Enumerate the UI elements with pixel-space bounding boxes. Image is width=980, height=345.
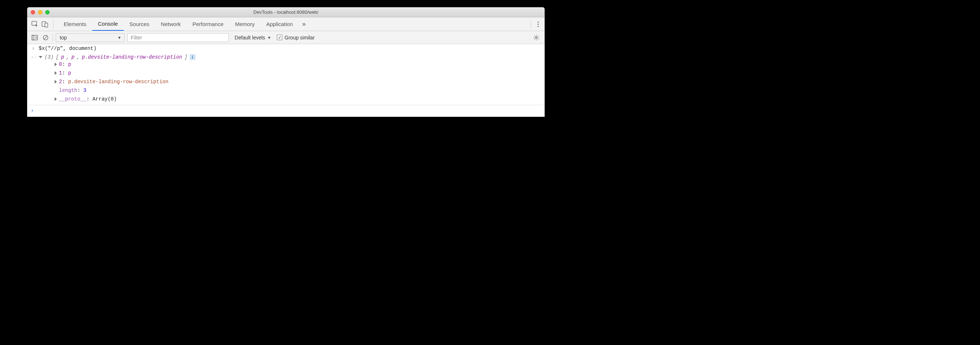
array-entry-1[interactable]: 1: p [55, 69, 541, 77]
array-count: (3) [45, 54, 54, 60]
group-similar-toggle[interactable]: ✓ Group similar [277, 35, 315, 40]
bracket-close: ] [185, 54, 188, 60]
checkbox-checked-icon: ✓ [277, 35, 282, 40]
tab-memory[interactable]: Memory [229, 17, 261, 31]
proto-label: __proto__ [59, 96, 86, 102]
window-title: DevTools - localhost:8080/web/ [27, 10, 545, 15]
entry-value: p.devsite-landing-row-description [68, 79, 168, 84]
disclosure-closed-icon[interactable] [55, 80, 57, 84]
tab-network[interactable]: Network [155, 17, 187, 31]
show-console-sidebar-icon[interactable] [31, 33, 39, 41]
chevron-down-icon: ▼ [117, 35, 121, 40]
menu-kebab-icon[interactable] [535, 21, 541, 27]
separator [53, 20, 54, 28]
prompt-caret-icon: › [31, 107, 33, 113]
length-value: 3 [83, 87, 86, 93]
tab-application[interactable]: Application [261, 17, 299, 31]
console-input-row: › $x("//p", document) [27, 44, 545, 53]
svg-point-3 [538, 21, 538, 22]
info-icon[interactable]: i [189, 54, 196, 60]
console-toolbar: top ▼ Default levels ▼ ✓ Group similar [27, 31, 545, 44]
preview-item: p [71, 54, 74, 60]
length-label: length [59, 87, 77, 93]
window-controls [27, 10, 49, 14]
separator [52, 34, 53, 41]
svg-line-9 [44, 36, 48, 39]
tab-performance[interactable]: Performance [187, 17, 229, 31]
zoom-window-button[interactable] [45, 10, 49, 14]
array-length: length: 3 [55, 86, 541, 95]
array-proto[interactable]: __proto__: Array(0) [55, 95, 541, 103]
log-levels-select[interactable]: Default levels ▼ [232, 35, 274, 40]
more-tabs-button[interactable]: » [299, 20, 309, 28]
titlebar: DevTools - localhost:8080/web/ [27, 7, 545, 17]
console-input-text[interactable]: $x("//p", document) [39, 46, 97, 51]
context-select-value: top [60, 35, 67, 40]
context-select[interactable]: top ▼ [56, 33, 124, 42]
minimize-window-button[interactable] [38, 10, 42, 14]
console-settings-gear-icon[interactable] [531, 34, 541, 41]
preview-item: p.devsite-landing-row-description [82, 54, 182, 60]
main-tabbar: Elements Console Sources Network Perform… [27, 17, 545, 31]
disclosure-closed-icon[interactable] [55, 97, 57, 101]
device-toolbar-icon[interactable] [41, 20, 49, 28]
chevron-down-icon: ▼ [267, 35, 271, 40]
svg-point-4 [538, 24, 538, 25]
svg-rect-7 [32, 35, 34, 40]
result-summary[interactable]: (3) [p, p, p.devsite-landing-row-descrip… [39, 54, 541, 60]
output-caret-icon: ‹· [31, 54, 36, 60]
disclosure-closed-icon[interactable] [55, 71, 57, 75]
input-caret-icon: › [31, 46, 36, 51]
tab-console[interactable]: Console [92, 17, 124, 31]
entry-value: p [68, 70, 71, 76]
proto-value: Array(0) [92, 96, 116, 102]
group-similar-label: Group similar [285, 35, 315, 40]
inspect-element-icon[interactable] [31, 20, 39, 28]
log-levels-label: Default levels [234, 35, 265, 40]
result-tree: 0: p 1: p 2: p.devsite-landing-row-descr… [39, 60, 541, 103]
entry-value: p [68, 62, 71, 67]
svg-point-10 [536, 37, 538, 38]
console-prompt-row[interactable]: › [27, 105, 545, 117]
devtools-window: DevTools - localhost:8080/web/ Elements … [27, 7, 545, 117]
console-result-row: ‹· (3) [p, p, p.devsite-landing-row-desc… [27, 53, 545, 105]
disclosure-closed-icon[interactable] [55, 62, 57, 66]
tab-elements[interactable]: Elements [58, 17, 92, 31]
preview-item: p [61, 54, 64, 60]
clear-console-icon[interactable] [41, 33, 49, 41]
array-entry-2[interactable]: 2: p.devsite-landing-row-description [55, 77, 541, 86]
svg-point-5 [538, 26, 538, 27]
svg-rect-2 [45, 23, 48, 27]
disclosure-open-icon[interactable] [39, 56, 42, 58]
tab-sources[interactable]: Sources [124, 17, 155, 31]
console-output: › $x("//p", document) ‹· (3) [p, p, p.de… [27, 44, 545, 105]
array-entry-0[interactable]: 0: p [55, 60, 541, 69]
close-window-button[interactable] [31, 10, 35, 14]
bracket-open: [ [56, 54, 59, 60]
filter-input[interactable] [127, 33, 229, 42]
